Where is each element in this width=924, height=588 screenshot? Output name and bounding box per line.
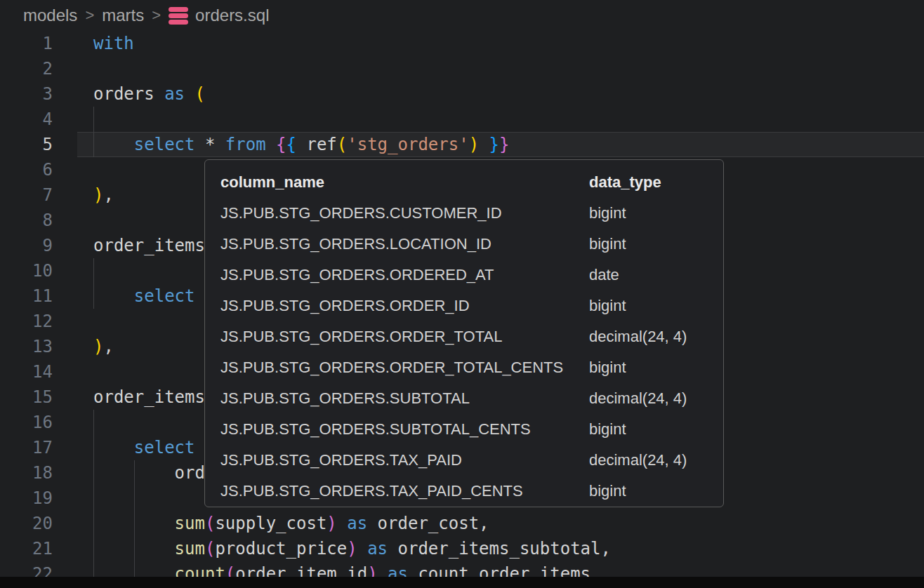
popup-row[interactable]: JS.PUB.STG_ORDERS.ORDER_TOTAL_CENTSbigin… [205,352,723,383]
breadcrumb: models > marts > orders.sql [0,0,924,31]
code-line[interactable]: 4 [0,107,924,132]
column-hint-popup: column_name data_type JS.PUB.STG_ORDERS.… [204,159,724,507]
code-line[interactable]: 20 sum(supply_cost) as order_cost, [0,511,924,536]
indent-guide [93,486,94,511]
breadcrumb-item-file[interactable]: orders.sql [195,6,269,25]
code-line[interactable]: 2 [0,56,924,81]
popup-data-type: bigint [589,476,626,507]
code-line-text[interactable]: order_items [93,385,205,410]
line-number: 8 [0,208,53,233]
code-line-text[interactable]: order_items [93,233,205,258]
code-line-text[interactable]: select [93,283,195,309]
indent-guide [134,486,135,511]
popup-header-column-name: column_name [220,167,324,198]
line-number: 9 [0,233,53,258]
popup-row[interactable]: JS.PUB.STG_ORDERS.ORDER_TOTALdecimal(24,… [205,321,723,352]
popup-data-type: decimal(24, 4) [589,321,687,352]
code-line[interactable]: 5 select * from {{ ref('stg_orders') }} [0,132,924,157]
line-number: 12 [0,309,53,334]
popup-column-name: JS.PUB.STG_ORDERS.SUBTOTAL_CENTS [220,414,531,445]
code-line-text[interactable]: sum(supply_cost) as order_cost, [93,511,489,536]
line-number: 6 [0,157,53,182]
code-line-text[interactable]: with [93,31,134,56]
line-number: 7 [0,182,53,208]
popup-data-type: bigint [589,290,626,321]
popup-column-name: JS.PUB.STG_ORDERS.SUBTOTAL [220,383,470,414]
line-number: 18 [0,460,53,486]
line-number: 21 [0,536,53,561]
code-line-text[interactable]: ), [93,182,114,208]
popup-data-type: decimal(24, 4) [589,445,687,476]
line-number: 5 [0,132,53,157]
popup-column-name: JS.PUB.STG_ORDERS.ORDERED_AT [220,260,494,290]
line-number: 4 [0,107,53,132]
chevron-right-icon: > [152,6,161,25]
breadcrumb-item-marts[interactable]: marts [102,6,144,25]
popup-row[interactable]: JS.PUB.STG_ORDERS.ORDERED_ATdate [205,260,723,290]
popup-row[interactable]: JS.PUB.STG_ORDERS.ORDER_IDbigint [205,290,723,321]
popup-data-type: bigint [589,229,626,260]
line-number: 17 [0,435,53,460]
popup-data-type: bigint [589,414,626,445]
popup-row[interactable]: JS.PUB.STG_ORDERS.CUSTOMER_IDbigint [205,198,723,229]
line-number: 16 [0,410,53,435]
line-number: 3 [0,81,53,107]
line-number: 19 [0,486,53,511]
popup-column-name: JS.PUB.STG_ORDERS.TAX_PAID_CENTS [220,476,523,507]
popup-data-type: date [589,260,619,290]
popup-column-name: JS.PUB.STG_ORDERS.LOCATION_ID [220,229,491,260]
code-line[interactable]: 3orders as ( [0,81,924,107]
indent-guide [93,107,94,132]
line-number: 1 [0,31,53,56]
code-line-text[interactable]: select * from {{ ref('stg_orders') }} [93,132,509,157]
popup-header-data-type: data_type [589,167,661,198]
popup-row[interactable]: JS.PUB.STG_ORDERS.TAX_PAID_CENTSbigint [205,476,723,507]
line-number: 15 [0,385,53,410]
code-line[interactable]: 21 sum(product_price) as order_items_sub… [0,536,924,561]
popup-header-row: column_name data_type [205,167,723,198]
popup-row[interactable]: JS.PUB.STG_ORDERS.SUBTOTALdecimal(24, 4) [205,383,723,414]
code-line-text[interactable]: sum(product_price) as order_items_subtot… [93,536,611,561]
breadcrumb-item-models[interactable]: models [23,6,77,25]
line-number: 14 [0,359,53,385]
chevron-right-icon: > [85,6,94,25]
code-line-text[interactable]: select [93,435,195,460]
line-number: 11 [0,283,53,309]
popup-column-name: JS.PUB.STG_ORDERS.TAX_PAID [220,445,462,476]
popup-row[interactable]: JS.PUB.STG_ORDERS.SUBTOTAL_CENTSbigint [205,414,723,445]
popup-column-name: JS.PUB.STG_ORDERS.ORDER_ID [220,290,470,321]
code-line-text[interactable]: ord [93,460,205,486]
code-line-text[interactable]: orders as ( [93,81,205,107]
line-number: 13 [0,334,53,359]
popup-column-name: JS.PUB.STG_ORDERS.CUSTOMER_ID [220,198,502,229]
line-number: 10 [0,258,53,283]
code-line[interactable]: 1with [0,31,924,56]
line-number: 20 [0,511,53,536]
popup-row[interactable]: JS.PUB.STG_ORDERS.TAX_PAIDdecimal(24, 4) [205,445,723,476]
bottom-panel-edge [0,577,924,588]
popup-data-type: bigint [589,198,626,229]
popup-data-type: decimal(24, 4) [589,383,687,414]
database-icon [169,7,188,25]
popup-data-type: bigint [589,352,626,383]
indent-guide [93,410,94,435]
line-number: 2 [0,56,53,81]
indent-guide [93,258,94,283]
popup-column-name: JS.PUB.STG_ORDERS.ORDER_TOTAL_CENTS [220,352,563,383]
popup-row[interactable]: JS.PUB.STG_ORDERS.LOCATION_IDbigint [205,229,723,260]
code-line-text[interactable]: ), [93,334,114,359]
popup-column-name: JS.PUB.STG_ORDERS.ORDER_TOTAL [220,321,502,352]
